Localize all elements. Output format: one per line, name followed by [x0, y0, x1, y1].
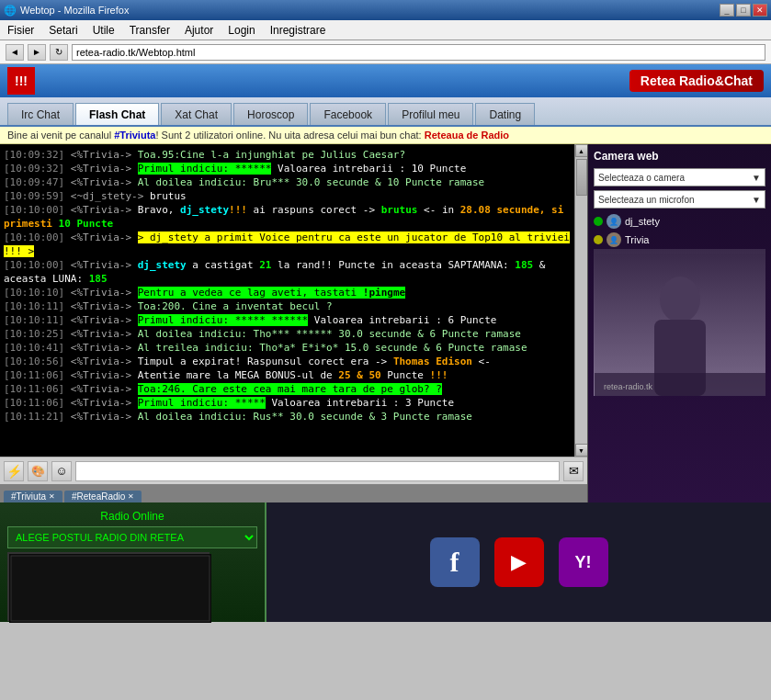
camera-select-arrow: ▼ [752, 173, 761, 183]
welcome-channel[interactable]: #Triviuta [114, 130, 155, 141]
radio-select[interactable]: ALEGE POSTUL RADIO DIN RETEA [7, 526, 257, 548]
chat-line-14: [10:11:06] <%Trivia-> Atentie mare la ME… [4, 368, 571, 382]
smiley-button[interactable]: ☺ [51, 461, 72, 481]
user-17: <%Trivia-> [71, 411, 131, 423]
msg-14d: !!! [430, 369, 448, 381]
msg-13b: Thomas Edison [393, 356, 472, 367]
time-3: [10:09:47] [4, 176, 64, 188]
main-content-area: [10:09:32] <%Trivia-> Toa.95:Cine l-a in… [0, 144, 771, 502]
msg-1: Toa.95:Cine l-a injunghiat pe Julius Cae… [138, 149, 405, 161]
msg-5f: <- in [417, 204, 459, 216]
chat-line-12: [10:10:41] <%Trivia-> Al treilea indiciu… [4, 341, 571, 355]
address-input[interactable] [72, 44, 765, 61]
chat-tab-triviuta[interactable]: #Triviuta ✕ [4, 491, 62, 502]
welcome-text-before: Bine ai venit pe canalul [7, 130, 114, 141]
msg-7d: 21 [259, 259, 271, 271]
title-bar-left: 🌐 Webtop - Mozilla Firefox [4, 5, 129, 17]
chat-line-15: [10:11:06] <%Trivia-> Toa:246. Care este… [4, 382, 571, 396]
tab-xat-chat[interactable]: Xat Chat [161, 103, 232, 125]
time-1: [10:09:32] [4, 149, 64, 161]
msg-2: Primul indiciu: ****** Valoarea intrebar… [138, 163, 467, 175]
msg-3: Al doilea indiciu: Bru*** 30.0 secunde &… [138, 176, 485, 188]
chat-line-1: [10:09:32] <%Trivia-> Toa.95:Cine l-a in… [4, 148, 571, 162]
time-5: [10:10:00] [4, 204, 64, 216]
chat-tab-retearadio-label: #ReteaRadio [72, 491, 125, 502]
chat-tab-triviuta-label: #Triviuta [11, 491, 46, 502]
camera-select[interactable]: Selecteaza o camera ▼ [594, 168, 765, 186]
color-button[interactable]: 🎨 [28, 461, 48, 481]
msg-7b: dj_stety [138, 259, 187, 271]
close-button[interactable]: ✕ [753, 4, 767, 17]
msg-5e: brutus [381, 204, 418, 216]
chat-line-17: [10:11:21] <%Trivia-> Al doilea indiciu:… [4, 410, 571, 423]
time-12: [10:10:41] [4, 342, 64, 354]
time-14: [10:11:06] [4, 369, 64, 381]
nav-tabs: Irc Chat Flash Chat Xat Chat Horoscop Fa… [0, 97, 771, 127]
chat-line-5: [10:10:00] <%Trivia-> Bravo, dj_stety!!!… [4, 203, 571, 231]
user-avatar-1: 👤 [607, 214, 621, 229]
tab-flash-chat[interactable]: Flash Chat [75, 103, 159, 125]
welcome-site[interactable]: Reteaua de Radio [425, 130, 509, 141]
scroll-up-button[interactable]: ▲ [575, 144, 588, 157]
menu-transfer[interactable]: Transfer [122, 20, 177, 40]
toolbar: !!! Retea Radio&Chat [0, 64, 771, 97]
yahoo-button[interactable]: Y! [559, 537, 608, 587]
chat-scrollbar[interactable]: ▲ ▼ [574, 144, 587, 457]
msg-5d: ai raspuns corect -> [247, 204, 381, 216]
menu-ajutor[interactable]: Ajutor [177, 20, 221, 40]
chat-line-6: [10:10:00] <%Trivia-> > dj_stety a primi… [4, 231, 571, 258]
camera-image: retea-radio.tk [595, 254, 765, 396]
time-8: [10:10:10] [4, 287, 64, 299]
menu-setari[interactable]: Setari [41, 20, 85, 40]
mic-select[interactable]: Selecteaza un microfon ▼ [594, 190, 765, 209]
chat-tab-triviuta-close[interactable]: ✕ [49, 492, 55, 501]
user-9: <%Trivia-> [71, 300, 131, 312]
user-7: <%Trivia-> [71, 259, 131, 271]
reload-button[interactable]: ↻ [50, 44, 68, 61]
chat-line-4: [10:09:59] <~dj_stety-> brutus [4, 189, 571, 203]
welcome-bar: Bine ai venit pe canalul #Triviuta! Sunt… [0, 127, 771, 144]
scroll-thumb[interactable] [576, 159, 587, 196]
chat-tab-retearadio[interactable]: #ReteaRadio ✕ [64, 491, 142, 502]
minimize-button[interactable]: _ [720, 4, 734, 17]
camera-select-label: Selecteaza o camera [598, 173, 685, 183]
chat-tab-retearadio-close[interactable]: ✕ [128, 492, 134, 501]
facebook-button[interactable]: f [430, 537, 480, 587]
time-17: [10:11:21] [4, 411, 64, 423]
chat-messages: [10:09:32] <%Trivia-> Toa.95:Cine l-a in… [0, 144, 574, 457]
back-button[interactable]: ◄ [6, 44, 24, 61]
tab-dating[interactable]: Dating [475, 103, 535, 125]
user-1: <%Trivia-> [71, 149, 131, 161]
camera-photo: retea-radio.tk [594, 249, 765, 396]
msg-5c: !!! [229, 204, 247, 216]
bottom-section: Radio Online ALEGE POSTUL RADIO DIN RETE… [0, 502, 771, 622]
user-badge-2: 👤 Trivia [594, 231, 765, 249]
chat-input[interactable] [75, 461, 560, 481]
tab-irc-chat[interactable]: Irc Chat [7, 103, 74, 125]
tab-facebook[interactable]: Facebook [310, 103, 386, 125]
menu-inregistrare[interactable]: Inregistrare [263, 20, 334, 40]
msg-15: Toa:246. Care este cea mai mare tara de … [138, 383, 442, 395]
emoji-button[interactable]: ⚡ [4, 461, 24, 481]
msg-8: Pentru a vedea ce lag aveti, tastati [138, 287, 363, 299]
tab-horoscop[interactable]: Horoscop [233, 103, 308, 125]
msg-5b: dj_stety [180, 204, 229, 216]
chat-tab-row: #Triviuta ✕ #ReteaRadio ✕ [0, 484, 587, 502]
maximize-button[interactable]: □ [736, 4, 751, 17]
menu-login[interactable]: Login [221, 20, 262, 40]
msg-14a: Atentie mare la MEGA BONUS-ul de [138, 369, 339, 381]
youtube-button[interactable]: ▶ [494, 537, 544, 587]
user-name-2: Trivia [625, 234, 649, 245]
tab-profil[interactable]: Profilul meu [388, 103, 473, 125]
scroll-down-button[interactable]: ▼ [575, 444, 588, 457]
send-button[interactable]: ✉ [563, 461, 584, 481]
msg-7e: la rand!! Puncte in aceasta SAPTAMANA: [271, 259, 515, 271]
chat-line-16: [10:11:06] <%Trivia-> Primul indiciu: **… [4, 396, 571, 410]
menu-file[interactable]: Fisier [0, 20, 41, 40]
forward-button[interactable]: ► [28, 44, 46, 61]
menu-utile[interactable]: Utile [85, 20, 122, 40]
radio-label: Radio Online [7, 510, 257, 523]
menu-bar: Fisier Setari Utile Transfer Ajutor Logi… [0, 20, 771, 40]
title-bar-controls: _ □ ✕ [720, 4, 767, 17]
radio-panel: Radio Online ALEGE POSTUL RADIO DIN RETE… [0, 502, 266, 622]
